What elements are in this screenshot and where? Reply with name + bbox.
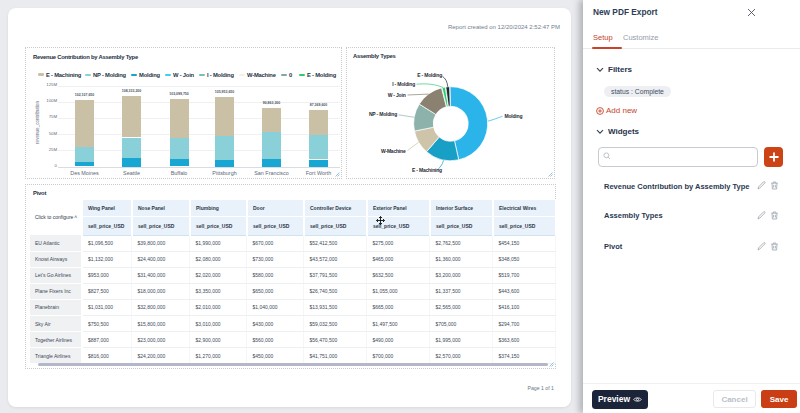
svg-text:E - Machining: E - Machining bbox=[412, 167, 442, 173]
svg-text:I - Molding: I - Molding bbox=[392, 81, 415, 87]
svg-text:W - Join: W - Join bbox=[388, 92, 406, 98]
svg-text:NP - Molding: NP - Molding bbox=[369, 111, 397, 117]
svg-text:W-Machine: W-Machine bbox=[381, 148, 406, 154]
svg-text:Molding: Molding bbox=[505, 113, 523, 119]
svg-text:E - Molding: E - Molding bbox=[417, 72, 442, 78]
